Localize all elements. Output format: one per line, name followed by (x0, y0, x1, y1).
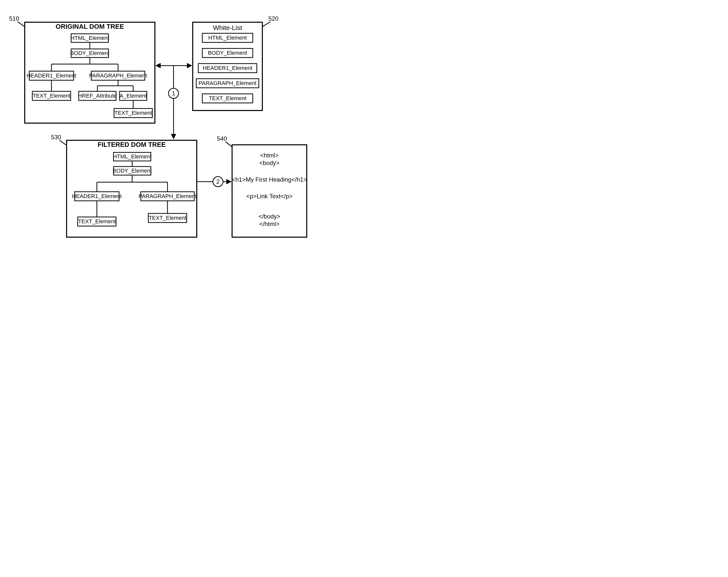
filt-text1: TEXT_Element (78, 218, 115, 225)
orig-html: HTML_Element (71, 35, 109, 41)
wl-html: HTML_Element (208, 34, 247, 41)
panel-original: ORIGINAL DOM TREE HTML_Element BODY_Elem… (25, 22, 155, 123)
filt-header1: HEADER1_Element (72, 193, 122, 199)
orig-text2: TEXT_Element (114, 110, 152, 116)
orig-href: HREF_Attribute (78, 93, 117, 99)
ref-530: 530 (51, 134, 61, 140)
svg-line-47 (59, 140, 67, 145)
title-filtered: FILTERED DOM TREE (98, 141, 166, 148)
connector-step1: 1 (156, 65, 192, 139)
svg-line-27 (262, 22, 270, 27)
filt-html: HTML_Element (113, 153, 152, 160)
diagram-canvas: ORIGINAL DOM TREE HTML_Element BODY_Elem… (0, 0, 312, 247)
code-l1: <html> (260, 152, 279, 159)
panel-filtered: FILTERED DOM TREE HTML_Element BODY_Elem… (67, 140, 197, 237)
orig-a: A_Element (120, 93, 147, 99)
svg-line-20 (18, 22, 25, 27)
orig-header1: HEADER1_Element (27, 72, 76, 79)
panel-output: <html> <body> <h1>My First Heading</h1> … (232, 145, 307, 237)
wl-body: BODY_Element (208, 50, 247, 56)
wl-header1: HEADER1_Element (203, 65, 253, 71)
title-whitelist: White-List (213, 24, 242, 31)
wl-paragraph: PARAGRAPH_Element (199, 80, 256, 86)
ref-510: 510 (9, 15, 19, 22)
title-original: ORIGINAL DOM TREE (55, 23, 124, 30)
wl-text: TEXT_Element (209, 95, 246, 101)
orig-text1: TEXT_Element (32, 93, 70, 99)
ref-540: 540 (217, 135, 227, 142)
step-1: 1 (172, 90, 175, 97)
connector-step2: 2 (197, 177, 231, 187)
step-2: 2 (216, 178, 219, 185)
orig-paragraph: PARAGRAPH_Element (89, 72, 147, 79)
filt-text2: TEXT_Element (149, 215, 186, 221)
svg-line-52 (226, 142, 232, 147)
code-l4: <p>Link Text</p> (246, 193, 293, 200)
code-l5: </body> (259, 213, 281, 220)
code-l6: </html> (259, 220, 280, 227)
filt-body: BODY_Element (112, 167, 152, 174)
ref-520: 520 (268, 15, 279, 22)
code-l3: <h1>My First Heading</h1> (232, 176, 307, 183)
filt-paragraph: PARAGRAPH_Element (138, 193, 196, 199)
orig-body: BODY_Element (70, 50, 109, 56)
panel-whitelist: White-List HTML_Element BODY_Element HEA… (193, 22, 262, 110)
code-l2: <body> (259, 159, 280, 166)
